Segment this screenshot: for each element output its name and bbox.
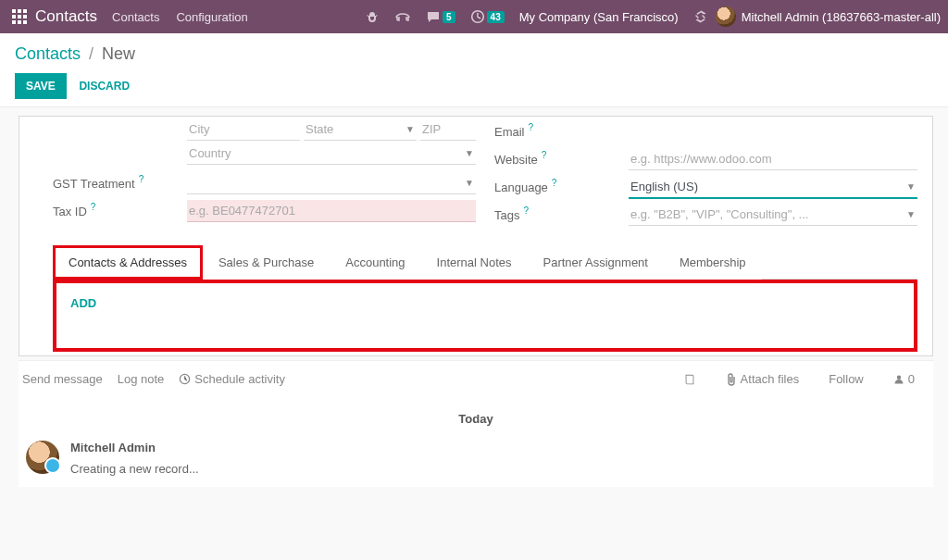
apps-icon[interactable] — [11, 8, 28, 25]
email-label: Email — [494, 125, 525, 139]
support-icon[interactable] — [394, 9, 411, 24]
help-icon[interactable]: ? — [91, 202, 96, 212]
tab-accounting[interactable]: Accounting — [330, 245, 420, 280]
svg-rect-1 — [18, 9, 21, 13]
message-text: Creating a new record... — [70, 462, 199, 476]
schedule-activity-button[interactable]: Schedule activity — [179, 372, 285, 386]
save-button[interactable]: SAVE — [15, 73, 67, 99]
zip-input[interactable] — [420, 118, 476, 141]
svg-rect-2 — [23, 9, 27, 13]
chatter: Send message Log note Schedule activity … — [19, 360, 933, 487]
tab-sales-purchase[interactable]: Sales & Purchase — [203, 245, 330, 280]
top-navbar: Contacts Contacts Configuration 5 43 My … — [0, 0, 948, 33]
nav-configuration[interactable]: Configuration — [176, 10, 247, 24]
country-input[interactable] — [187, 143, 476, 165]
message-author: Mitchell Admin — [70, 441, 199, 454]
breadcrumb: Contacts / New — [15, 44, 933, 64]
nav-contacts[interactable]: Contacts — [112, 10, 159, 24]
language-label: Language — [494, 180, 548, 194]
svg-rect-0 — [12, 9, 16, 13]
form-sheet: ▼ ▼ GST Treatment? ▼ Tax ID? — [19, 116, 933, 356]
tab-partner-assignment[interactable]: Partner Assignment — [528, 245, 664, 280]
activities-badge: 43 — [487, 11, 505, 23]
settings-icon[interactable] — [693, 9, 708, 24]
bug-icon[interactable] — [365, 9, 380, 24]
help-icon[interactable]: ? — [552, 178, 557, 188]
taxid-input[interactable] — [187, 200, 476, 222]
app-title: Contacts — [35, 7, 97, 26]
tab-membership[interactable]: Membership — [664, 245, 762, 280]
svg-rect-6 — [12, 20, 16, 24]
state-input[interactable] — [304, 118, 417, 141]
city-input[interactable] — [187, 118, 300, 141]
help-icon[interactable]: ? — [529, 122, 534, 132]
messages-badge: 5 — [443, 11, 455, 23]
add-button[interactable]: ADD — [70, 296, 96, 310]
chatter-message: Mitchell Admin Creating a new record... — [26, 441, 926, 476]
breadcrumb-leaf: New — [102, 44, 135, 63]
avatar[interactable] — [716, 6, 736, 27]
user-menu[interactable]: Mitchell Admin (18637663-master-all) — [742, 10, 941, 24]
tab-internal-notes[interactable]: Internal Notes — [421, 245, 528, 280]
tab-contacts-addresses[interactable]: Contacts & Addresses — [53, 245, 203, 280]
help-icon[interactable]: ? — [542, 150, 547, 160]
svg-rect-7 — [18, 20, 21, 24]
breadcrumb-root[interactable]: Contacts — [15, 44, 81, 63]
send-message-button[interactable]: Send message — [22, 372, 103, 386]
chatter-date-separator: Today — [22, 412, 929, 426]
svg-rect-5 — [23, 15, 27, 19]
taxid-label: Tax ID — [53, 205, 87, 218]
email-input[interactable] — [629, 121, 917, 143]
messages-icon[interactable]: 5 — [426, 9, 455, 24]
tabs-bar: Contacts & Addresses Sales & Purchase Ac… — [53, 244, 917, 280]
website-input[interactable] — [629, 148, 917, 170]
svg-rect-8 — [23, 20, 27, 24]
activities-icon[interactable]: 43 — [470, 9, 505, 24]
tags-input[interactable] — [629, 204, 917, 226]
log-note-button[interactable]: Log note — [118, 372, 165, 386]
gst-label: GST Treatment — [53, 177, 135, 191]
attach-files-button[interactable]: Attach files — [726, 372, 800, 386]
svg-rect-4 — [18, 15, 21, 19]
main-scroll[interactable]: ▼ ▼ GST Treatment? ▼ Tax ID? — [0, 112, 933, 560]
followers-count[interactable]: 0 — [893, 372, 915, 386]
page-header: Contacts / New SAVE DISCARD — [0, 33, 948, 107]
company-selector[interactable]: My Company (San Francisco) — [519, 10, 679, 24]
book-icon[interactable] — [683, 373, 696, 386]
help-icon[interactable]: ? — [523, 205, 529, 216]
help-icon[interactable]: ? — [139, 174, 144, 184]
tab-content: ADD — [53, 280, 917, 352]
website-label: Website — [494, 153, 538, 167]
language-input[interactable] — [629, 176, 917, 199]
follow-button[interactable]: Follow — [829, 372, 864, 386]
tags-label: Tags — [494, 208, 519, 222]
gst-input[interactable] — [187, 172, 476, 194]
message-avatar — [26, 441, 59, 474]
discard-button[interactable]: DISCARD — [79, 80, 130, 93]
svg-rect-3 — [12, 15, 16, 19]
